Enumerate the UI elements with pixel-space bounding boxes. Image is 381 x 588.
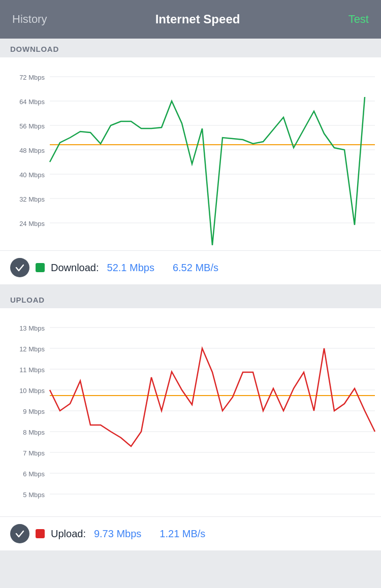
upload-speed: 9.73 Mbps [94, 528, 141, 540]
upload-mbps: 1.21 MB/s [160, 528, 205, 540]
section-divider [0, 284, 381, 289]
svg-text:56 Mbps: 56 Mbps [19, 122, 45, 130]
svg-text:7 Mbps: 7 Mbps [23, 449, 45, 457]
svg-text:13 Mbps: 13 Mbps [19, 324, 45, 332]
download-label: Download: [51, 262, 99, 274]
page-title: Internet Speed [155, 12, 240, 26]
upload-check-icon [10, 524, 29, 543]
svg-text:12 Mbps: 12 Mbps [19, 345, 45, 353]
svg-text:5 Mbps: 5 Mbps [23, 491, 45, 499]
upload-label: Upload: [51, 528, 86, 540]
download-color-indicator [36, 263, 45, 272]
download-speed: 52.1 Mbps [107, 262, 154, 274]
svg-text:11 Mbps: 11 Mbps [19, 366, 45, 374]
download-chart: 72 Mbps 64 Mbps 56 Mbps 48 Mbps 40 Mbps … [5, 62, 376, 250]
history-button[interactable]: History [12, 13, 47, 26]
upload-color-indicator [36, 529, 45, 538]
download-check-icon [10, 258, 29, 277]
svg-text:10 Mbps: 10 Mbps [19, 387, 45, 395]
svg-text:6 Mbps: 6 Mbps [23, 470, 45, 478]
svg-text:40 Mbps: 40 Mbps [19, 171, 45, 179]
svg-text:48 Mbps: 48 Mbps [19, 147, 45, 154]
upload-chart: 13 Mbps 12 Mbps 11 Mbps 10 Mbps 9 Mbps 8… [5, 313, 376, 516]
download-mbps: 6.52 MB/s [173, 262, 218, 274]
download-section-label: DOWNLOAD [0, 39, 381, 57]
test-button[interactable]: Test [348, 13, 369, 26]
upload-stats-row: Upload: 9.73 Mbps 1.21 MB/s [0, 516, 381, 550]
upload-chart-section: 13 Mbps 12 Mbps 11 Mbps 10 Mbps 9 Mbps 8… [0, 308, 381, 550]
svg-text:9 Mbps: 9 Mbps [23, 408, 45, 415]
svg-text:24 Mbps: 24 Mbps [19, 220, 45, 227]
upload-section-label: UPLOAD [0, 289, 381, 308]
svg-text:64 Mbps: 64 Mbps [19, 98, 45, 106]
svg-text:8 Mbps: 8 Mbps [23, 429, 45, 436]
download-chart-wrapper: 72 Mbps 64 Mbps 56 Mbps 48 Mbps 40 Mbps … [0, 57, 381, 250]
upload-chart-wrapper: 13 Mbps 12 Mbps 11 Mbps 10 Mbps 9 Mbps 8… [0, 308, 381, 516]
svg-text:72 Mbps: 72 Mbps [19, 74, 45, 81]
svg-text:32 Mbps: 32 Mbps [19, 195, 45, 203]
download-chart-section: 72 Mbps 64 Mbps 56 Mbps 48 Mbps 40 Mbps … [0, 57, 381, 284]
header: History Internet Speed Test [0, 0, 381, 39]
download-stats-row: Download: 52.1 Mbps 6.52 MB/s [0, 250, 381, 284]
